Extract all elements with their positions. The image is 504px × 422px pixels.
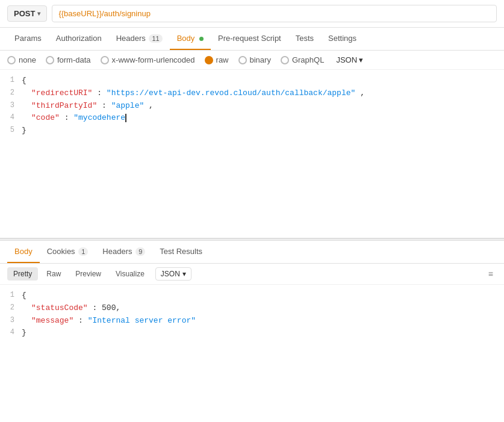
- tab-params[interactable]: Params: [7, 28, 49, 50]
- radio-none[interactable]: none: [7, 55, 36, 64]
- cookies-badge: 1: [78, 247, 88, 256]
- sort-icon-wrapper: ≡: [485, 269, 497, 279]
- tab-headers[interactable]: Headers 11: [109, 28, 170, 50]
- resp-line-4: 4 }: [0, 327, 504, 340]
- req-line-5: 5 }: [0, 125, 504, 137]
- radio-binary[interactable]: binary: [238, 55, 271, 64]
- tab-pre-request[interactable]: Pre-request Script: [211, 28, 288, 50]
- method-chevron: ▾: [37, 10, 40, 17]
- tab-authorization[interactable]: Authorization: [49, 28, 109, 50]
- response-tabs-nav: Body Cookies 1 Headers 9 Test Results: [0, 241, 504, 264]
- req-line-4: 4 "code" : "mycodehere: [0, 112, 504, 125]
- resp-line-3: 3 "message" : "Internal server error": [0, 315, 504, 327]
- tab-body[interactable]: Body: [170, 28, 211, 50]
- url-bar: POST ▾: [0, 0, 504, 28]
- headers-badge: 11: [149, 34, 162, 43]
- resp-tab-body[interactable]: Body: [7, 241, 40, 263]
- body-dot: [199, 37, 204, 41]
- resp-line-1: 1 {: [0, 290, 504, 302]
- request-tabs-nav: Params Authorization Headers 11 Body Pre…: [0, 28, 504, 51]
- response-format-chevron: ▾: [182, 270, 186, 278]
- method-label: POST: [14, 9, 35, 18]
- json-chevron: ▾: [359, 55, 363, 64]
- radio-urlencoded[interactable]: x-www-form-urlencoded: [101, 55, 195, 64]
- radio-form-data-circle: [46, 56, 54, 64]
- method-selector[interactable]: POST ▾: [7, 5, 47, 22]
- radio-graphql-circle: [281, 56, 289, 64]
- resp-tab-cookies[interactable]: Cookies 1: [40, 241, 96, 263]
- radio-form-data[interactable]: form-data: [46, 55, 91, 64]
- text-cursor: [125, 114, 126, 122]
- body-type-bar: none form-data x-www-form-urlencoded raw…: [0, 51, 504, 70]
- radio-graphql[interactable]: GraphQL: [281, 55, 324, 64]
- radio-raw-circle: [205, 56, 213, 64]
- req-line-3: 3 "thirdPartyId" : "apple" ,: [0, 100, 504, 113]
- tab-tests[interactable]: Tests: [288, 28, 321, 50]
- resp-line-2: 2 "statusCode" : 500,: [0, 302, 504, 315]
- resp-tab-headers[interactable]: Headers 9: [95, 241, 152, 263]
- req-line-2: 2 "redirectURI" : "https://evt-api-dev.r…: [0, 87, 504, 100]
- radio-urlencoded-circle: [101, 56, 109, 64]
- radio-binary-circle: [238, 56, 247, 64]
- json-format-selector[interactable]: JSON ▾: [336, 55, 363, 64]
- resp-tab-test-results[interactable]: Test Results: [152, 241, 210, 263]
- req-line-1: 1 {: [0, 75, 504, 87]
- url-input[interactable]: [52, 5, 497, 22]
- sub-tab-visualize[interactable]: Visualize: [110, 267, 151, 281]
- response-code-editor: 1 { 2 "statusCode" : 500, 3 "message" : …: [0, 285, 504, 344]
- response-sub-tabs: Pretty Raw Preview Visualize JSON ▾ ≡: [0, 264, 504, 285]
- sub-tab-pretty[interactable]: Pretty: [7, 267, 38, 281]
- response-format-selector[interactable]: JSON ▾: [155, 267, 191, 281]
- tab-settings[interactable]: Settings: [321, 28, 364, 50]
- resp-headers-badge: 9: [135, 247, 145, 256]
- sort-icon[interactable]: ≡: [485, 268, 497, 280]
- radio-none-circle: [7, 56, 16, 64]
- request-code-editor[interactable]: 1 { 2 "redirectURI" : "https://evt-api-d…: [0, 70, 504, 238]
- sub-tab-preview[interactable]: Preview: [69, 267, 107, 281]
- radio-raw[interactable]: raw: [205, 55, 229, 64]
- sub-tab-raw[interactable]: Raw: [40, 267, 67, 281]
